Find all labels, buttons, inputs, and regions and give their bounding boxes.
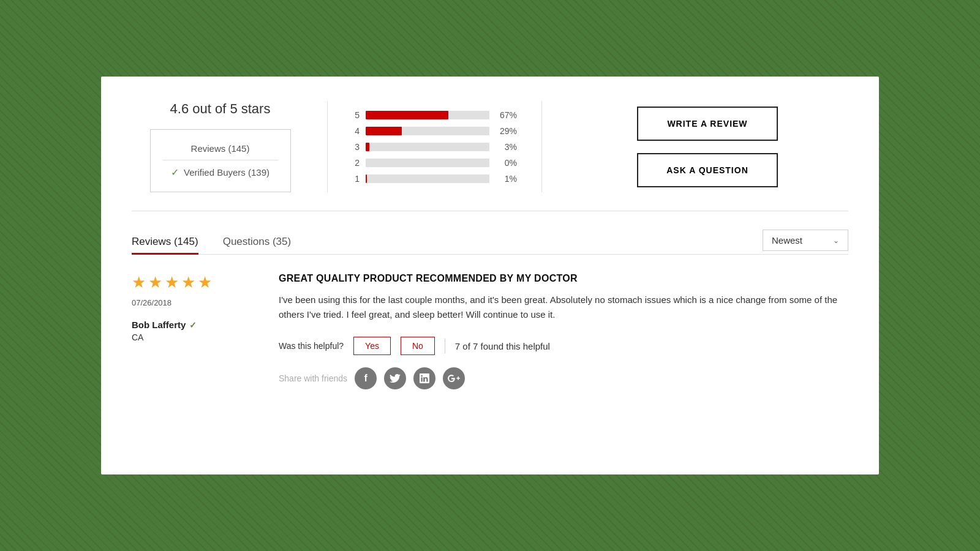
verified-buyers-label: Verified Buyers (139) — [184, 167, 270, 178]
bar-percentage: 29% — [496, 126, 517, 136]
bar-row: 33% — [352, 142, 517, 152]
bar-star-label: 1 — [352, 174, 360, 184]
reviews-box: Reviews (145) ✓ Verified Buyers (139) — [150, 129, 291, 192]
rating-score: 4.6 out of 5 stars — [170, 101, 271, 117]
helpful-count: 7 of 7 found this helpful — [455, 341, 550, 351]
twitter-icon[interactable] — [384, 367, 406, 389]
main-card: 4.6 out of 5 stars Reviews (145) ✓ Verif… — [101, 77, 879, 474]
bar-percentage: 67% — [496, 110, 517, 120]
bar-track — [366, 143, 489, 151]
bar-track — [366, 111, 489, 119]
bar-fill — [366, 111, 448, 119]
star: ★ — [181, 273, 195, 292]
share-label: Share with friends — [279, 373, 347, 383]
reviewer-name: Bob Lafferty ✓ — [132, 320, 254, 330]
bar-star-label: 2 — [352, 158, 360, 168]
helpful-label: Was this helpful? — [279, 341, 344, 351]
sort-label: Newest — [772, 235, 802, 246]
star: ★ — [198, 273, 212, 292]
yes-button[interactable]: Yes — [353, 337, 391, 355]
bar-track — [366, 159, 489, 167]
review-section: ★★★★★ 07/26/2018 Bob Lafferty ✓ CA GREAT… — [132, 273, 848, 389]
bar-percentage: 1% — [496, 174, 517, 184]
bar-track — [366, 174, 489, 183]
tab-reviews[interactable]: Reviews (145) — [132, 231, 198, 255]
bar-fill — [366, 143, 369, 151]
star-rating: ★★★★★ — [132, 273, 254, 292]
tab-questions[interactable]: Questions (35) — [223, 231, 292, 255]
bar-chart: 567%429%33%20%11% — [328, 101, 542, 192]
linkedin-icon[interactable] — [413, 367, 435, 389]
bar-track — [366, 127, 489, 135]
bar-row: 567% — [352, 110, 517, 120]
no-button[interactable]: No — [401, 337, 435, 355]
rating-summary: 4.6 out of 5 stars Reviews (145) ✓ Verif… — [132, 101, 328, 192]
share-section: Share with friends f — [279, 367, 848, 389]
actions-section: WRITE A REVIEW ASK A QUESTION — [542, 101, 848, 192]
review-title: GREAT QUALITY PRODUCT RECOMMENDED BY MY … — [279, 273, 848, 284]
bar-percentage: 3% — [496, 142, 517, 152]
verified-icon: ✓ — [171, 167, 179, 178]
star: ★ — [165, 273, 179, 292]
review-date: 07/26/2018 — [132, 298, 254, 307]
facebook-icon[interactable]: f — [355, 367, 377, 389]
bar-fill — [366, 174, 367, 183]
ask-question-button[interactable]: ASK A QUESTION — [637, 153, 778, 187]
tabs-section: Reviews (145) Questions (35) Newest ⌄ — [132, 230, 848, 255]
bar-percentage: 0% — [496, 158, 517, 168]
review-text: I've been using this for the last couple… — [279, 293, 848, 322]
verified-buyers-row: ✓ Verified Buyers (139) — [163, 160, 278, 184]
bar-row: 429% — [352, 126, 517, 136]
review-content: GREAT QUALITY PRODUCT RECOMMENDED BY MY … — [279, 273, 848, 389]
reviews-count-label: Reviews (145) — [191, 143, 250, 154]
star: ★ — [148, 273, 162, 292]
helpful-section: Was this helpful? Yes No 7 of 7 found th… — [279, 337, 848, 355]
bar-star-label: 3 — [352, 142, 360, 152]
bar-star-label: 4 — [352, 126, 360, 136]
star: ★ — [132, 273, 146, 292]
googleplus-icon[interactable] — [443, 367, 465, 389]
reviews-count-row: Reviews (145) — [163, 137, 278, 160]
chevron-down-icon: ⌄ — [833, 236, 839, 245]
top-section: 4.6 out of 5 stars Reviews (145) ✓ Verif… — [132, 101, 848, 211]
bar-fill — [366, 127, 402, 135]
helpful-divider — [445, 339, 445, 353]
bar-star-label: 5 — [352, 110, 360, 120]
sort-control[interactable]: Newest ⌄ — [763, 230, 848, 251]
reviewer-location: CA — [132, 332, 254, 342]
reviewer-info: ★★★★★ 07/26/2018 Bob Lafferty ✓ CA — [132, 273, 254, 389]
bar-row: 11% — [352, 174, 517, 184]
write-review-button[interactable]: WRITE A REVIEW — [637, 107, 778, 141]
bar-row: 20% — [352, 158, 517, 168]
reviewer-verified-icon: ✓ — [189, 320, 197, 330]
